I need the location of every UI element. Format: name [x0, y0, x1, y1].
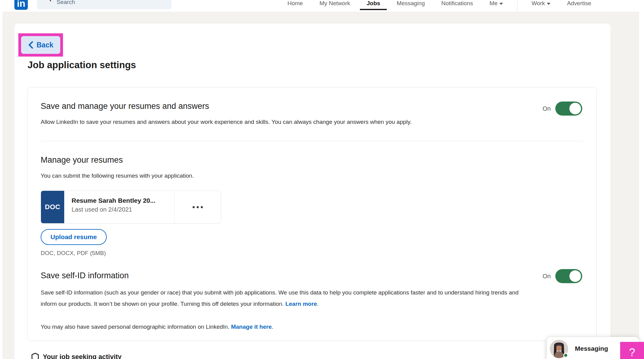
- learn-more-link[interactable]: Learn more: [285, 301, 317, 307]
- manage-resumes-title: Manage your resumes: [41, 155, 123, 165]
- nav-divider: [517, 0, 517, 12]
- nav-item-notifications[interactable]: Notifications: [441, 0, 473, 12]
- nav-item-jobs[interactable]: Jobs: [367, 0, 380, 12]
- active-tab-underline: [360, 9, 387, 10]
- nav-item-home[interactable]: Home: [287, 0, 303, 12]
- nav-item-my-network[interactable]: My Network: [320, 0, 350, 12]
- page-title: Job application settings: [28, 60, 136, 71]
- job-seeking-activity-section[interactable]: Your job seeking activity: [31, 353, 122, 359]
- back-button[interactable]: Back: [21, 36, 60, 54]
- save-resumes-title: Save and manage your resumes and answers: [41, 102, 209, 111]
- job-application-settings-card: Save and manage your resumes and answers…: [28, 87, 597, 341]
- toggle-state-label: On: [542, 273, 551, 280]
- search-input[interactable]: [57, 0, 164, 6]
- search-box[interactable]: [37, 0, 172, 9]
- linkedin-logo[interactable]: in: [14, 0, 28, 10]
- top-nav-bar: in Home My Network Jobs Messaging Notifi…: [0, 0, 644, 12]
- self-id-toggle[interactable]: [555, 269, 582, 283]
- resume-name: Resume Sarah Bentley 20...: [72, 197, 174, 204]
- annotation-highlight-box: Back: [18, 33, 63, 57]
- save-resumes-toggle-row: On: [542, 102, 582, 116]
- manage-it-here-link[interactable]: Manage it here: [231, 324, 272, 330]
- manage-resumes-description: You can submit the following resumes wit…: [41, 172, 194, 179]
- self-id-description: Save self-ID information (such as your g…: [41, 287, 535, 309]
- resume-meta: Resume Sarah Bentley 20... Last used on …: [64, 191, 174, 223]
- overflow-menu-icon: •••: [191, 203, 205, 211]
- save-resumes-description: Allow LinkedIn to save your resumes and …: [41, 119, 412, 125]
- demographic-info-line: You may also have saved personal demogra…: [41, 324, 273, 330]
- self-id-title: Save self-ID information: [41, 271, 129, 280]
- file-type-badge: DOC: [41, 191, 64, 223]
- chevron-left-icon: [28, 41, 33, 49]
- self-id-toggle-row: On: [542, 269, 582, 283]
- main-content-panel: Back Job application settings Save and m…: [14, 24, 610, 359]
- online-presence-dot: [563, 353, 568, 358]
- toggle-state-label: On: [542, 105, 551, 112]
- toggle-knob: [569, 270, 581, 282]
- toggle-knob: [569, 103, 581, 114]
- caret-down-icon: [499, 3, 503, 5]
- resume-last-used: Last used on 2/4/2021: [72, 206, 174, 213]
- resume-overflow-menu-button[interactable]: •••: [174, 191, 221, 223]
- nav-item-me[interactable]: Me: [490, 0, 503, 12]
- resume-item: DOC Resume Sarah Bentley 20... Last used…: [41, 191, 221, 224]
- nav-item-work[interactable]: Work: [531, 0, 550, 12]
- section-divider: [41, 141, 583, 141]
- annotation-help-badge[interactable]: ?: [620, 342, 644, 359]
- mouse-cursor-icon: [46, 0, 53, 2]
- nav-item-messaging[interactable]: Messaging: [397, 0, 425, 12]
- job-seeking-activity-icon: [31, 353, 39, 359]
- upload-resume-button[interactable]: Upload resume: [41, 229, 107, 245]
- nav-items: Home My Network Jobs Messaging Notificat…: [287, 0, 591, 12]
- caret-down-icon: [547, 3, 550, 5]
- accepted-formats-text: DOC, DOCX, PDF (5MB): [41, 250, 106, 257]
- save-resumes-toggle[interactable]: [555, 102, 582, 116]
- nav-item-advertise[interactable]: Advertise: [567, 0, 591, 12]
- messaging-label: Messaging: [575, 345, 608, 352]
- job-seeking-activity-label: Your job seeking activity: [43, 353, 122, 359]
